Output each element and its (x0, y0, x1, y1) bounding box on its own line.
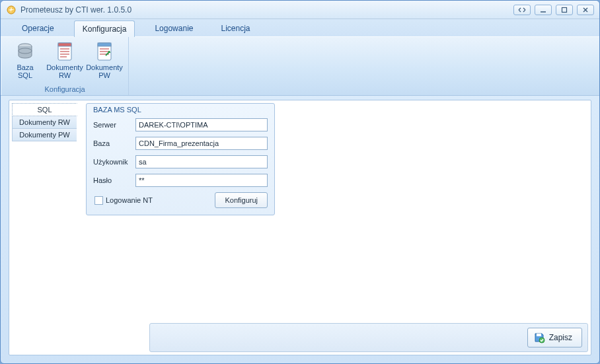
ribbon: Baza SQL Dokumenty RW (1, 36, 599, 96)
label-user: Użykownik (93, 158, 135, 166)
window-buttons (513, 5, 594, 15)
document-rw-icon (54, 41, 75, 62)
main-tabs: Operacje Konfiguracja Logowanie Licencja (1, 19, 599, 36)
minimize-button[interactable] (535, 5, 552, 15)
checkbox-logowanie-nt[interactable]: Logowanie NT (93, 196, 153, 205)
side-tab-rw[interactable]: Dokumenty RW (12, 116, 77, 129)
titlebar: Prometeusz by CTI wer. 1.0.5.0 (1, 1, 599, 19)
row-baza: Baza (93, 137, 268, 150)
window-title: Prometeusz by CTI wer. 1.0.5.0 (20, 5, 513, 15)
ribbon-label: RW (59, 71, 71, 79)
database-icon (15, 41, 36, 62)
ribbon-group-konfiguracja: Baza SQL Dokumenty RW (1, 37, 129, 95)
tab-operacje[interactable]: Operacje (14, 20, 62, 36)
tab-licencja[interactable]: Licencja (213, 20, 258, 36)
side-tab-pw[interactable]: Dokumenty PW (12, 128, 77, 141)
label-haslo: Hasło (93, 176, 135, 184)
label-serwer: Serwer (93, 121, 135, 129)
side-tabs: SQL Dokumenty RW Dokumenty PW (9, 100, 77, 355)
close-button[interactable] (577, 5, 594, 15)
save-icon (533, 332, 545, 344)
tab-konfiguracja[interactable]: Konfiguracja (74, 20, 135, 37)
label-baza: Baza (93, 139, 135, 147)
row-actions: Logowanie NT Konfiguruj (93, 192, 268, 208)
zapisz-button[interactable]: Zapisz (527, 328, 582, 347)
zapisz-label: Zapisz (549, 333, 572, 342)
sync-button[interactable] (513, 5, 531, 15)
ribbon-label: Dokumenty (46, 63, 83, 71)
row-haslo: Hasło (93, 174, 268, 187)
row-serwer: Serwer (93, 118, 268, 131)
tab-logowanie[interactable]: Logowanie (147, 20, 201, 36)
checkbox-box-icon (94, 196, 103, 205)
checkbox-label: Logowanie NT (106, 196, 153, 204)
ribbon-group-title: Konfiguracja (5, 84, 124, 95)
ribbon-item-dokumenty-pw[interactable]: Dokumenty PW (85, 40, 124, 84)
side-tab-sql[interactable]: SQL (12, 103, 77, 116)
ribbon-label: PW (98, 71, 110, 79)
ribbon-item-dokumenty-rw[interactable]: Dokumenty RW (45, 40, 85, 84)
ribbon-item-baza-sql[interactable]: Baza SQL (5, 40, 45, 84)
row-user: Użykownik (93, 155, 268, 168)
svg-rect-16 (537, 334, 541, 336)
content-area: SQL Dokumenty RW Dokumenty PW BAZA MS SQ… (9, 100, 591, 355)
konfiguruj-button[interactable]: Konfiguruj (215, 192, 268, 208)
app-window: Prometeusz by CTI wer. 1.0.5.0 Operacje … (0, 0, 600, 364)
groupbox-title: BAZA MS SQL (93, 106, 141, 114)
footer-bar: Zapisz (149, 323, 588, 352)
input-serwer[interactable] (135, 118, 268, 131)
svg-rect-6 (58, 43, 71, 46)
ribbon-items: Baza SQL Dokumenty RW (5, 40, 124, 84)
svg-rect-12 (98, 43, 111, 46)
ribbon-label: SQL (18, 71, 32, 79)
document-pw-icon (94, 41, 115, 62)
form-panel: BAZA MS SQL Serwer Baza Użykownik Hasło (77, 100, 591, 355)
app-icon (6, 5, 17, 15)
maximize-button[interactable] (556, 5, 573, 15)
groupbox-baza-mssql: BAZA MS SQL Serwer Baza Użykownik Hasło (86, 103, 275, 215)
ribbon-label: Dokumenty (86, 63, 123, 71)
svg-rect-2 (562, 7, 567, 12)
ribbon-label: Baza (17, 63, 33, 71)
input-user[interactable] (135, 155, 268, 168)
input-baza[interactable] (135, 137, 268, 150)
input-haslo[interactable] (135, 174, 268, 187)
